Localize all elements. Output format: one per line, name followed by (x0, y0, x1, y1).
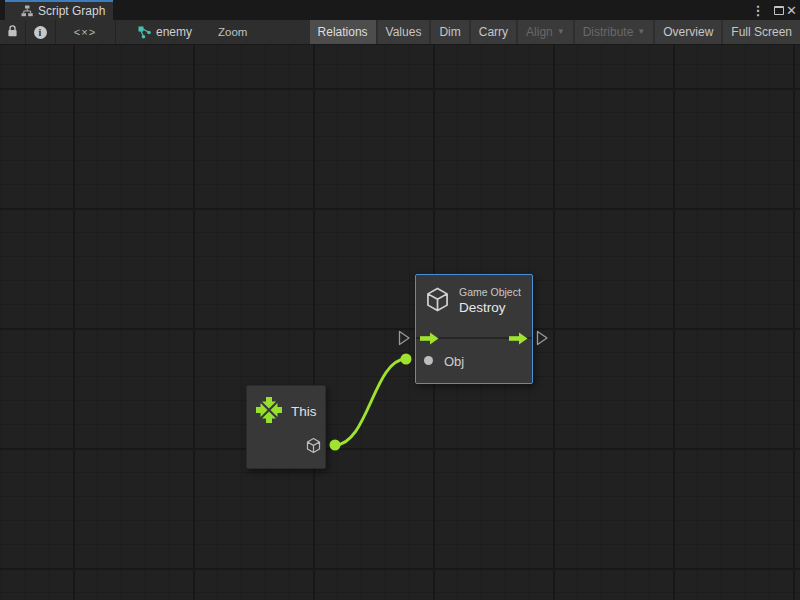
this-self-icon (255, 396, 283, 428)
node-destroy[interactable]: Game Object Destroy Obj (415, 274, 533, 384)
full-screen-button[interactable]: Full Screen (723, 20, 800, 44)
flow-enter-port-triangle[interactable] (398, 330, 411, 350)
game-object-cube-icon (424, 286, 451, 317)
game-object-output-cube-icon[interactable] (305, 437, 322, 458)
carry-button[interactable]: Carry (471, 20, 516, 44)
tab-script-graph[interactable]: Script Graph (5, 0, 113, 20)
window-maximize-icon[interactable] (774, 0, 784, 20)
node-title: This (291, 404, 317, 419)
align-dropdown[interactable]: Align ▼ (518, 20, 573, 44)
toolbar-button-strip: Relations Values Dim Carry Align ▼ Distr… (310, 20, 800, 44)
graph-toolbar: i <×> enemy Zoom 1x Relations Values Dim… (0, 20, 800, 45)
node-this[interactable]: This (246, 385, 326, 469)
lock-icon (6, 24, 19, 41)
zoom-label: Zoom (218, 20, 247, 44)
distribute-dropdown[interactable]: Distribute ▼ (575, 20, 654, 44)
flow-exit-port-triangle[interactable] (536, 330, 549, 350)
obj-input-port[interactable] (424, 356, 433, 365)
script-graph-window: Script Graph ⋮ ✕ i <×> (0, 0, 800, 600)
relations-button[interactable]: Relations (310, 20, 376, 44)
values-button[interactable]: Values (378, 20, 430, 44)
overview-button[interactable]: Overview (655, 20, 721, 44)
flow-input-arrow-icon[interactable] (420, 331, 439, 349)
flow-output-arrow-icon[interactable] (509, 331, 528, 349)
connection-wire[interactable] (335, 359, 406, 445)
tab-title: Script Graph (38, 4, 105, 18)
graph-canvas[interactable]: Game Object Destroy Obj (0, 45, 800, 600)
node-title: Destroy (459, 300, 506, 315)
code-view-icon: <×> (74, 26, 96, 38)
obj-port-label: Obj (444, 354, 464, 369)
node-subtitle: Game Object (459, 286, 521, 298)
window-menu-icon[interactable]: ⋮ (752, 0, 764, 20)
chevron-down-icon: ▼ (637, 20, 645, 44)
tab-bar: Script Graph ⋮ ✕ (0, 0, 800, 20)
lock-button[interactable] (0, 20, 25, 44)
chevron-down-icon: ▼ (557, 20, 565, 44)
code-view-button[interactable]: <×> (55, 20, 115, 44)
info-icon: i (34, 26, 47, 39)
graph-asset-icon (136, 20, 152, 44)
graph-hierarchy-icon (21, 5, 33, 17)
dim-button[interactable]: Dim (431, 20, 468, 44)
window-close-icon[interactable]: ✕ (785, 0, 798, 20)
wire-layer (0, 45, 800, 600)
graph-name-breadcrumb[interactable]: enemy (156, 20, 192, 44)
info-button[interactable]: i (25, 20, 55, 44)
